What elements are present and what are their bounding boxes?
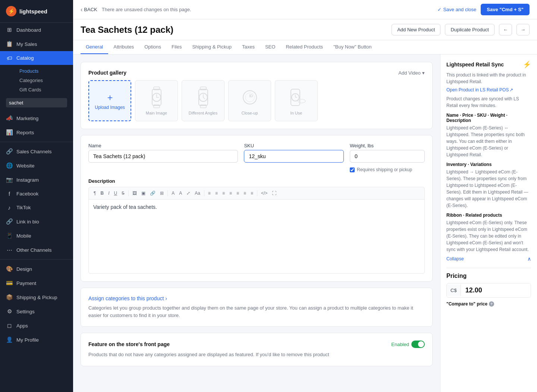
sidebar-item-facebook[interactable]: f Facebook (0, 187, 73, 201)
watch-svg-main (145, 86, 168, 109)
question-icon[interactable]: ? (489, 301, 494, 307)
editor-btn-list-ordered[interactable]: ≡ (227, 189, 234, 197)
editor-btn-font-family[interactable]: Aa (193, 189, 202, 197)
name-field-group: Name (88, 143, 238, 172)
tiktok-icon: ♪ (6, 204, 13, 211)
sku-input[interactable] (244, 150, 344, 163)
watch-svg-inuse (285, 86, 308, 109)
next-product-button[interactable]: → (516, 24, 530, 35)
sidebar-item-sales-channels[interactable]: 🔗 Sales Channels (0, 144, 73, 159)
sidebar-item-instagram[interactable]: 📷 Instagram (0, 173, 73, 187)
sidebar-subitem-gift-cards[interactable]: Gift Cards (16, 85, 73, 94)
save-and-close-button[interactable]: ✓ Save and close (437, 7, 476, 12)
upload-images-button[interactable]: ＋ Upload Images (88, 80, 131, 121)
sidebar-item-website[interactable]: 🌐 Website (0, 159, 73, 173)
editor-btn-text-dir[interactable]: ≡ (249, 189, 255, 197)
assign-categories-link[interactable]: Assign categories to this product › (88, 295, 425, 301)
add-video-label: Add Video (398, 70, 421, 76)
tab-shipping[interactable]: Shipping & Pickup (187, 40, 237, 54)
add-new-product-button[interactable]: Add New Product (392, 24, 440, 35)
sidebar-item-catalog[interactable]: 🏷 Catalog (0, 51, 73, 65)
product-tabs: General Attributes Options Files Shippin… (73, 40, 537, 54)
sku-field-group: SKU (244, 143, 344, 172)
editor-btn-align-center[interactable]: ≡ (213, 189, 220, 197)
editor-btn-font-color[interactable]: A (170, 189, 176, 197)
editor-separator-4 (257, 190, 257, 196)
editor-btn-bold[interactable]: B (98, 189, 106, 197)
sidebar-item-design[interactable]: 🎨 Design (0, 262, 73, 276)
editor-btn-underline[interactable]: U (112, 189, 119, 197)
gallery-image-closeup[interactable]: Close-up (228, 80, 271, 121)
product-gallery-card: Product gallery Add Video ▾ ＋ Upload Ima… (81, 62, 433, 129)
tab-attributes[interactable]: Attributes (108, 40, 139, 54)
name-label: Name (88, 143, 238, 148)
sidebar-item-dashboard[interactable]: ⊞ Dashboard (0, 23, 73, 37)
apps-icon: ◻ (6, 322, 13, 329)
sidebar-label-mobile: Mobile (16, 233, 31, 239)
editor-btn-font-size[interactable]: ⤢ (185, 189, 192, 197)
sidebar-item-my-profile[interactable]: 👤 My Profile (0, 333, 73, 347)
prev-product-button[interactable]: ← (499, 24, 512, 35)
sidebar-subitem-categories[interactable]: Categories (16, 76, 73, 85)
editor-btn-paragraph[interactable]: ¶ (92, 189, 98, 197)
sidebar-item-link-in-bio[interactable]: 🔗 Link in bio (0, 214, 73, 229)
editor-btn-code[interactable]: </> (259, 189, 269, 197)
back-button[interactable]: ‹ BACK (81, 6, 97, 13)
sidebar-item-reports[interactable]: 📊 Reports (0, 125, 73, 139)
editor-btn-strikethrough[interactable]: S̶ (120, 189, 126, 197)
requires-shipping-checkbox[interactable] (350, 167, 355, 172)
editor-btn-list-unordered[interactable]: ≡ (220, 189, 227, 197)
weight-input[interactable] (350, 150, 425, 163)
tab-taxes[interactable]: Taxes (237, 40, 260, 54)
my-sales-icon: 📋 (6, 41, 13, 47)
weight-field-group: Weight, lbs Requires shipping or pickup (350, 143, 425, 172)
editor-btn-image[interactable]: 🖼 (131, 189, 139, 197)
gallery-image-angles[interactable]: Different Angles (182, 80, 224, 121)
sidebar-item-apps[interactable]: ◻ Apps (0, 319, 73, 333)
sidebar-subitem-products[interactable]: Products (16, 66, 73, 76)
editor-btn-italic[interactable]: I (106, 189, 111, 197)
add-video-button[interactable]: Add Video ▾ (398, 70, 425, 76)
collapse-button[interactable]: Collapse (446, 256, 464, 261)
tab-buy-now[interactable]: "Buy Now" Button (328, 40, 377, 54)
search-input[interactable] (6, 98, 67, 107)
sync-props-desc: Lightspeed eCom (E-Series) ↔ Lightspeed.… (446, 125, 531, 158)
sidebar-item-marketing[interactable]: 📣 Marketing (0, 111, 73, 125)
tab-seo[interactable]: SEO (260, 40, 280, 54)
editor-btn-fullscreen[interactable]: ⛶ (270, 189, 278, 197)
sidebar-item-settings[interactable]: ⚙ Settings (0, 304, 73, 319)
sidebar-item-payment[interactable]: 💳 Payment (0, 276, 73, 290)
price-input[interactable] (461, 283, 531, 297)
editor-btn-align-left[interactable]: ≡ (206, 189, 213, 197)
sidebar: ⚡ lightspeed ⊞ Dashboard 📋 My Sales 🏷 Ca… (0, 0, 73, 392)
sidebar-item-shipping[interactable]: 📦 Shipping & Pickup (0, 290, 73, 304)
upload-label: Upload Images (95, 105, 125, 110)
facebook-icon: f (6, 191, 13, 197)
tab-options[interactable]: Options (139, 40, 166, 54)
tab-general[interactable]: General (81, 40, 108, 54)
sidebar-item-my-sales[interactable]: 📋 My Sales (0, 37, 73, 51)
ribbon-title: Ribbon · Related products (446, 213, 531, 218)
open-in-ls-retail-link[interactable]: Open Product in LS Retail POS ↗ (446, 87, 531, 92)
name-input[interactable] (88, 150, 238, 163)
duplicate-product-button[interactable]: Duplicate Product (445, 24, 494, 35)
sales-channels-icon: 🔗 (6, 148, 13, 155)
editor-btn-outdent[interactable]: ≡ (242, 189, 248, 197)
sidebar-item-other-channels[interactable]: ⋯ Other Channels (0, 243, 73, 257)
editor-btn-font-bg[interactable]: A (177, 189, 184, 197)
feature-toggle-switch[interactable] (411, 341, 425, 348)
tab-files[interactable]: Files (166, 40, 187, 54)
sidebar-item-tiktok[interactable]: ♪ TikTok (0, 201, 73, 214)
save-button[interactable]: Save "Cmd + S" (481, 4, 530, 15)
gallery-title: Product gallery (88, 70, 126, 76)
gallery-image-main[interactable]: Main Image (135, 80, 178, 121)
editor-btn-media[interactable]: ▣ (139, 189, 147, 197)
gallery-image-inuse[interactable]: In Use (275, 80, 318, 121)
editor-btn-table[interactable]: ⊞ (158, 189, 166, 197)
sidebar-item-mobile[interactable]: 📱 Mobile (0, 229, 73, 243)
compare-price-text: "Compare to" price (446, 301, 487, 307)
tab-related-products[interactable]: Related Products (280, 40, 328, 54)
editor-btn-indent[interactable]: ≡ (235, 189, 241, 197)
description-editor[interactable]: Variety pack of tea sachets. (88, 199, 425, 274)
editor-btn-link[interactable]: 🔗 (148, 189, 157, 197)
